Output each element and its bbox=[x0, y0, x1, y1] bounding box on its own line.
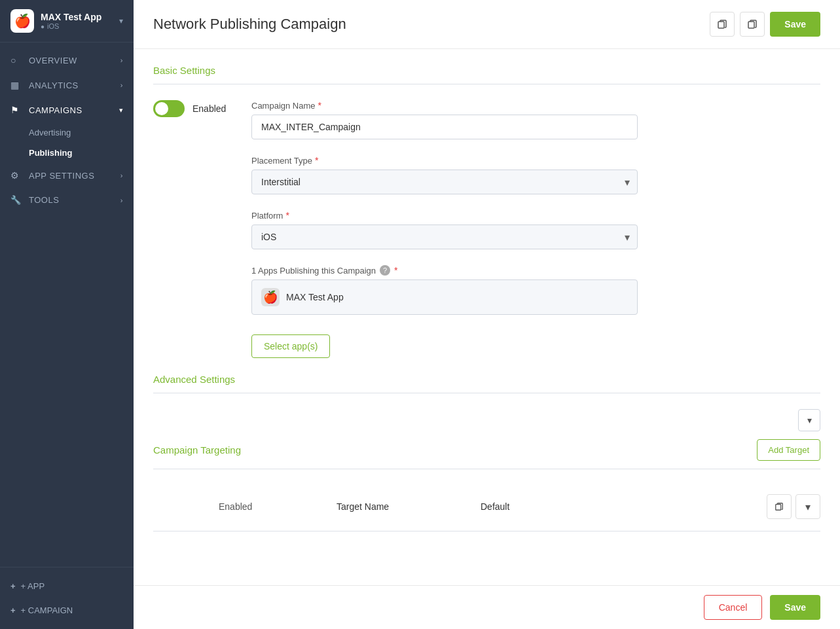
placement-type-field: Placement Type * Interstitial Banner Rew… bbox=[251, 155, 638, 194]
sidebar-nav: ○ OVERVIEW › ▦ ANALYTICS › ⚑ CAMPAIGNS ▾… bbox=[0, 43, 134, 567]
sidebar-item-tools[interactable]: 🔧 TOOLS › bbox=[0, 188, 134, 212]
basic-settings-title: Basic Settings bbox=[153, 65, 820, 76]
platform-select-wrapper: iOS Android bbox=[251, 225, 638, 249]
bottom-bar: Cancel Save bbox=[134, 585, 840, 629]
sidebar-item-app-settings[interactable]: ⚙ APP SETTINGS › bbox=[0, 163, 134, 188]
platform-row: Platform * iOS Android bbox=[153, 210, 820, 249]
app-entry: 🍎 MAX Test App bbox=[251, 279, 638, 315]
app-entry-name: MAX Test App bbox=[286, 292, 344, 302]
platform-select[interactable]: iOS Android bbox=[251, 225, 638, 249]
overview-icon: ○ bbox=[10, 55, 22, 65]
campaigns-icon: ⚑ bbox=[10, 105, 22, 115]
copy-button[interactable] bbox=[740, 12, 765, 37]
targeting-row-actions: ▾ bbox=[767, 494, 820, 519]
apps-publishing-row: 1 Apps Publishing this Campaign ? * 🍎 MA… bbox=[153, 265, 820, 358]
targeting-row: Enabled Target Name Default ▾ bbox=[153, 485, 820, 528]
advanced-settings-title: Advanced Settings bbox=[153, 374, 820, 385]
sidebar-app-platform: ● iOS bbox=[41, 22, 119, 30]
add-campaign-button[interactable]: + + CAMPAIGN bbox=[0, 598, 134, 622]
main-header: Network Publishing Campaign Save bbox=[134, 0, 840, 49]
page-title: Network Publishing Campaign bbox=[153, 16, 346, 33]
required-star: * bbox=[394, 265, 397, 276]
svg-rect-1 bbox=[748, 22, 754, 28]
targeting-header: Campaign Targeting Add Target bbox=[153, 439, 820, 461]
sidebar-item-label: CAMPAIGNS bbox=[29, 105, 82, 115]
sidebar-app-name: MAX Test App bbox=[41, 12, 119, 22]
sidebar-item-label: APP SETTINGS bbox=[29, 171, 94, 181]
app-logo: 🍎 bbox=[10, 9, 34, 33]
sidebar-item-label: ANALYTICS bbox=[29, 81, 79, 90]
main-content: Network Publishing Campaign Save Basic S… bbox=[134, 0, 840, 629]
required-star: * bbox=[285, 210, 289, 221]
analytics-chevron-icon: › bbox=[120, 81, 123, 89]
app-settings-chevron-icon: › bbox=[120, 171, 123, 179]
app-entry-icon: 🍎 bbox=[261, 288, 280, 306]
collapse-button[interactable]: ▾ bbox=[798, 409, 820, 431]
targeting-target-name-col: Target Name bbox=[337, 501, 467, 512]
advanced-collapse: ▾ bbox=[153, 409, 820, 431]
advanced-settings-section: Advanced Settings ▾ bbox=[153, 374, 820, 431]
sidebar: 🍎 MAX Test App ● iOS ▾ ○ OVERVIEW › ▦ AN… bbox=[0, 0, 134, 629]
expand-icon: ▾ bbox=[805, 501, 811, 513]
overview-chevron-icon: › bbox=[120, 56, 123, 64]
save-button[interactable]: Save bbox=[770, 595, 820, 620]
campaign-name-input[interactable] bbox=[251, 115, 638, 139]
main-body: Basic Settings Enabled Campaign Name * bbox=[134, 49, 840, 585]
apps-field: 1 Apps Publishing this Campaign ? * 🍎 MA… bbox=[251, 265, 638, 321]
campaign-name-label: Campaign Name * bbox=[251, 100, 638, 111]
cancel-button[interactable]: Cancel bbox=[704, 595, 763, 620]
sidebar-subitem-advertising[interactable]: Advertising bbox=[0, 122, 134, 143]
sidebar-item-campaigns[interactable]: ⚑ CAMPAIGNS ▾ bbox=[0, 98, 134, 122]
share-button[interactable] bbox=[710, 12, 735, 37]
campaigns-chevron-icon: ▾ bbox=[119, 106, 124, 115]
tools-chevron-icon: › bbox=[120, 196, 123, 204]
placement-type-label: Placement Type * bbox=[251, 155, 638, 166]
targeting-divider bbox=[153, 469, 820, 469]
sidebar-item-label: OVERVIEW bbox=[29, 56, 77, 65]
targeting-title: Campaign Targeting bbox=[153, 444, 241, 456]
platform-field: Platform * iOS Android bbox=[251, 210, 638, 249]
sidebar-dropdown-chevron[interactable]: ▾ bbox=[119, 16, 123, 26]
chevron-down-icon: ▾ bbox=[807, 415, 812, 425]
advanced-settings-divider bbox=[153, 393, 820, 393]
campaign-name-field: Campaign Name * bbox=[251, 100, 638, 139]
placement-type-select-wrapper: Interstitial Banner Rewarded Native bbox=[251, 170, 638, 194]
tools-icon: 🔧 bbox=[10, 195, 22, 205]
header-save-button[interactable]: Save bbox=[770, 12, 820, 37]
placement-type-select[interactable]: Interstitial Banner Rewarded Native bbox=[251, 170, 638, 194]
targeting-row-divider bbox=[153, 531, 820, 531]
app-settings-icon: ⚙ bbox=[10, 170, 22, 181]
app-info: MAX Test App ● iOS bbox=[41, 12, 119, 30]
enabled-label: Enabled bbox=[192, 103, 226, 114]
targeting-expand-button[interactable]: ▾ bbox=[795, 494, 820, 519]
sidebar-header[interactable]: 🍎 MAX Test App ● iOS ▾ bbox=[0, 0, 134, 43]
sidebar-item-analytics[interactable]: ▦ ANALYTICS › bbox=[0, 73, 134, 98]
required-star: * bbox=[318, 100, 321, 111]
enabled-toggle[interactable] bbox=[153, 100, 185, 117]
add-app-button[interactable]: + + APP bbox=[0, 574, 134, 598]
platform-label: Platform * bbox=[251, 210, 638, 221]
targeting-copy-button[interactable] bbox=[767, 494, 792, 519]
svg-rect-2 bbox=[776, 505, 781, 511]
basic-settings-divider bbox=[153, 84, 820, 84]
enabled-toggle-group: Enabled bbox=[153, 100, 238, 117]
basic-settings-section: Basic Settings Enabled Campaign Name * bbox=[153, 65, 820, 358]
select-apps-button[interactable]: Select app(s) bbox=[251, 334, 330, 358]
apps-help-icon[interactable]: ? bbox=[380, 265, 390, 276]
sidebar-item-overview[interactable]: ○ OVERVIEW › bbox=[0, 48, 134, 73]
targeting-default-col: Default bbox=[481, 501, 754, 512]
svg-rect-0 bbox=[718, 22, 724, 28]
sidebar-bottom: + + APP + + CAMPAIGN bbox=[0, 567, 134, 629]
required-star: * bbox=[315, 155, 318, 166]
apps-label: 1 Apps Publishing this Campaign ? * bbox=[251, 265, 638, 276]
analytics-icon: ▦ bbox=[10, 80, 22, 90]
toggle-slider bbox=[153, 100, 185, 117]
header-actions: Save bbox=[710, 12, 820, 37]
campaign-targeting-section: Campaign Targeting Add Target Enabled Ta… bbox=[153, 439, 820, 531]
targeting-toggle-group bbox=[153, 501, 206, 512]
enabled-campaign-row: Enabled Campaign Name * bbox=[153, 100, 820, 139]
sidebar-subitem-publishing[interactable]: Publishing bbox=[0, 143, 134, 163]
sidebar-item-label: TOOLS bbox=[29, 195, 59, 205]
placement-type-row: Placement Type * Interstitial Banner Rew… bbox=[153, 155, 820, 194]
add-target-button[interactable]: Add Target bbox=[757, 439, 820, 461]
